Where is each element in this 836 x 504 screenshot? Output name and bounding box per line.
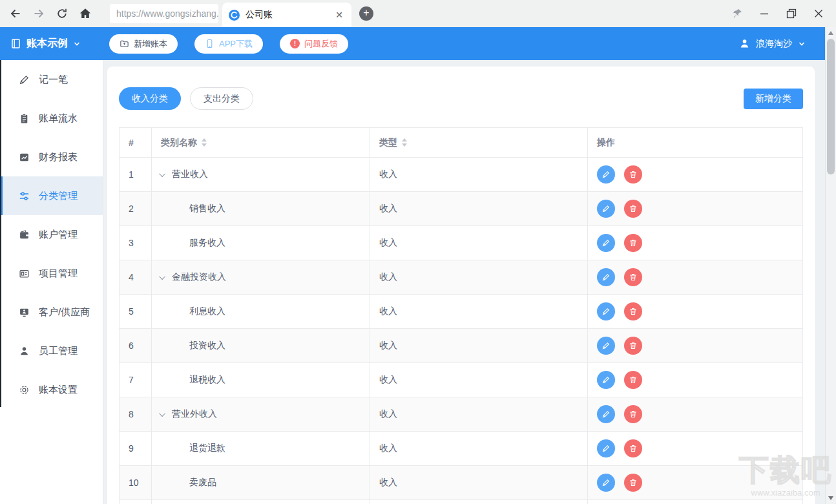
sidebar-item-label: 账户管理 bbox=[39, 229, 78, 241]
delete-button[interactable] bbox=[624, 439, 642, 457]
category-type: 收入 bbox=[370, 466, 588, 499]
new-ledger-label: 新增账本 bbox=[134, 38, 167, 50]
new-tab-icon[interactable]: + bbox=[359, 6, 373, 21]
scrollbar-thumb[interactable] bbox=[827, 39, 835, 174]
sidebar-item-6[interactable]: 项目管理 bbox=[0, 254, 103, 293]
app-download-button[interactable]: APP下载 bbox=[194, 34, 263, 54]
edit-button[interactable] bbox=[597, 337, 615, 355]
delete-button[interactable] bbox=[624, 405, 642, 423]
user-menu[interactable]: 浪海淘沙 bbox=[739, 38, 806, 50]
sidebar-item-5[interactable]: 账户管理 bbox=[0, 215, 103, 254]
user-chevron-down-icon bbox=[798, 40, 806, 48]
tab-income-categories[interactable]: 收入分类 bbox=[119, 87, 181, 110]
category-type: 收入 bbox=[370, 397, 588, 431]
back-icon[interactable] bbox=[8, 6, 23, 21]
app-header: 账本示例 新增账本 APP下载 ! 问题反馈 浪海淘沙 bbox=[0, 27, 825, 60]
sidebar-item-2[interactable]: 账单流水 bbox=[0, 99, 103, 138]
category-type: 收入 bbox=[370, 363, 588, 397]
edit-button[interactable] bbox=[597, 165, 615, 184]
edit-button[interactable] bbox=[597, 200, 615, 218]
wallet-icon bbox=[18, 229, 30, 240]
sidebar-item-3[interactable]: 财务报表 bbox=[0, 138, 103, 176]
tab-expense-categories[interactable]: 支出分类 bbox=[190, 87, 253, 110]
delete-button[interactable] bbox=[624, 302, 642, 320]
sidebar-item-9[interactable]: 账本设置 bbox=[0, 370, 103, 409]
chevron-down-icon bbox=[73, 40, 81, 48]
employee-icon bbox=[18, 345, 30, 357]
column-label: 类型 bbox=[379, 137, 397, 149]
table-row: 6投资收入收入 bbox=[120, 329, 802, 363]
sort-carets-icon[interactable] bbox=[202, 138, 207, 147]
main-content: 收入分类 支出分类 新增分类 #类别名称类型操作 1营业收入收入2销售收入收入3… bbox=[103, 60, 825, 504]
category-type: 收入 bbox=[370, 226, 588, 260]
delete-button[interactable] bbox=[624, 200, 642, 218]
column-header-3[interactable]: 类型 bbox=[370, 128, 588, 157]
edit-button[interactable] bbox=[597, 371, 615, 389]
row-actions bbox=[588, 192, 802, 226]
ledger-switcher[interactable]: 账本示例 bbox=[10, 37, 81, 50]
browser-tab[interactable]: 公司账 ✕ bbox=[222, 3, 351, 27]
feedback-button[interactable]: ! 问题反馈 bbox=[280, 34, 348, 54]
reload-icon[interactable] bbox=[54, 6, 70, 21]
new-ledger-button[interactable]: 新增账本 bbox=[109, 34, 178, 54]
close-icon[interactable] bbox=[809, 4, 828, 23]
row-actions bbox=[588, 329, 802, 362]
sidebar-item-label: 账单流水 bbox=[39, 112, 78, 125]
delete-button[interactable] bbox=[624, 371, 642, 389]
edit-button[interactable] bbox=[597, 302, 615, 320]
edit-button[interactable] bbox=[597, 234, 615, 252]
edit-button[interactable] bbox=[597, 439, 615, 457]
table-row: 9退货退款收入 bbox=[120, 432, 802, 466]
sidebar-item-7[interactable]: 客户/供应商 bbox=[0, 293, 103, 331]
category-name: 利息收入 bbox=[189, 306, 225, 317]
scrollbar-down-icon[interactable] bbox=[826, 493, 836, 503]
sidebar-item-4[interactable]: 分类管理 bbox=[0, 176, 103, 215]
forward-icon[interactable] bbox=[31, 6, 47, 21]
row-index: 6 bbox=[120, 329, 152, 362]
url-bar[interactable]: https://www.gongsizhang.c bbox=[110, 4, 218, 23]
category-name: 营业收入 bbox=[172, 169, 208, 180]
category-name: 服务收入 bbox=[189, 237, 225, 249]
category-name: 销售收入 bbox=[189, 203, 225, 215]
row-index: 11 bbox=[120, 500, 152, 504]
column-header-2[interactable]: 类别名称 bbox=[152, 128, 370, 157]
category-name-cell: 营业收入 bbox=[152, 158, 370, 191]
expand-chevron-icon[interactable] bbox=[159, 273, 165, 280]
row-index: 5 bbox=[120, 295, 152, 328]
edit-button[interactable] bbox=[597, 474, 615, 492]
row-actions bbox=[588, 363, 802, 397]
category-sliders-icon bbox=[18, 190, 30, 202]
row-index: 7 bbox=[120, 363, 152, 397]
edit-button[interactable] bbox=[597, 405, 615, 423]
add-category-button[interactable]: 新增分类 bbox=[744, 89, 803, 109]
category-type: 收入 bbox=[370, 295, 588, 328]
categories-table: #类别名称类型操作 1营业收入收入2销售收入收入3服务收入收入4金融投资收入收入… bbox=[119, 127, 803, 504]
delete-button[interactable] bbox=[624, 337, 642, 355]
page-scrollbar[interactable] bbox=[825, 27, 836, 504]
minimize-icon[interactable] bbox=[755, 4, 774, 23]
project-card-icon bbox=[18, 268, 30, 279]
category-name-cell: 退税收入 bbox=[152, 363, 370, 397]
category-name-cell: 意外来钱 bbox=[152, 500, 370, 504]
delete-button[interactable] bbox=[624, 268, 642, 286]
sidebar-item-8[interactable]: 员工管理 bbox=[0, 331, 103, 370]
home-icon[interactable] bbox=[78, 6, 93, 21]
category-type: 收入 bbox=[370, 432, 588, 465]
sidebar-item-1[interactable]: 记一笔 bbox=[0, 60, 103, 99]
restore-icon[interactable] bbox=[782, 4, 801, 23]
pin-icon[interactable] bbox=[727, 4, 747, 23]
category-tabs: 收入分类 支出分类 新增分类 bbox=[119, 87, 803, 110]
row-index: 2 bbox=[120, 192, 152, 226]
expand-chevron-icon[interactable] bbox=[159, 410, 165, 417]
row-actions bbox=[588, 500, 802, 504]
sort-carets-icon[interactable] bbox=[402, 138, 407, 147]
sidebar-item-label: 员工管理 bbox=[39, 345, 78, 357]
sidebar-item-label: 客户/供应商 bbox=[39, 306, 90, 319]
expand-chevron-icon[interactable] bbox=[159, 171, 165, 177]
delete-button[interactable] bbox=[624, 234, 642, 252]
delete-button[interactable] bbox=[624, 474, 642, 492]
edit-button[interactable] bbox=[597, 268, 615, 286]
tab-close-icon[interactable]: ✕ bbox=[333, 10, 345, 20]
scrollbar-up-icon[interactable] bbox=[826, 28, 836, 38]
delete-button[interactable] bbox=[624, 165, 642, 184]
